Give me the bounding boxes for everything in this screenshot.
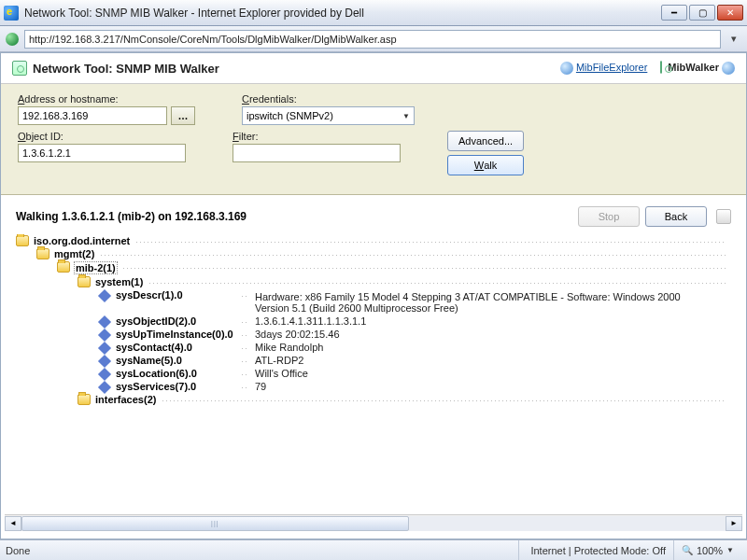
mibwalker-label: MibWalker — [668, 62, 719, 73]
url-dropdown-icon[interactable]: ▾ — [726, 33, 741, 45]
tree-node-mib2[interactable]: mib-2(1) — [74, 261, 118, 274]
status-bar: Done Internet | Protected Mode: Off 🔍 10… — [0, 539, 747, 560]
leaf-icon — [98, 329, 111, 342]
scroll-right-arrow[interactable]: ► — [726, 516, 742, 531]
mib-explorer-icon — [560, 62, 573, 75]
globe-icon — [6, 33, 19, 46]
credentials-select[interactable]: ipswitch (SNMPv2) ▼ — [242, 106, 415, 125]
address-input[interactable] — [18, 106, 167, 125]
tree-leaf-syslocation[interactable]: sysLocation(6).0 — [115, 368, 198, 379]
help-icon[interactable] — [722, 62, 735, 75]
folder-icon — [78, 394, 91, 405]
folder-icon — [36, 248, 49, 259]
mibwalker-app-icon — [12, 61, 27, 76]
scroll-track[interactable]: ||| — [21, 516, 726, 531]
status-zone: Internet | Protected Mode: Off — [530, 545, 666, 556]
tree-node-interfaces[interactable]: interfaces(2) — [94, 394, 157, 405]
window-titlebar: Network Tool: SNMP MIB Walker - Internet… — [0, 0, 747, 26]
leaf-icon — [98, 342, 111, 355]
mib-tree: iso.org.dod.internet mgmt(2) mib-2(1) sy… — [1, 234, 746, 514]
tree-node-mgmt[interactable]: mgmt(2) — [53, 248, 95, 259]
horizontal-scrollbar[interactable]: ◄ ||| ► — [5, 514, 742, 531]
close-button[interactable]: ✕ — [717, 5, 743, 21]
results-bar: Walking 1.3.6.1.2.1 (mib-2) on 192.168.3… — [1, 195, 746, 234]
leaf-icon — [98, 315, 111, 329]
tree-node-root[interactable]: iso.org.dod.internet — [33, 235, 131, 246]
page-header: Network Tool: SNMP MIB Walker MibFileExp… — [1, 53, 746, 84]
address-label: Address or hostname: — [18, 93, 195, 105]
ie-icon — [4, 6, 19, 21]
scroll-thumb[interactable]: ||| — [21, 516, 409, 531]
tree-leaf-sysuptime[interactable]: sysUpTimeInstance(0).0 — [115, 329, 234, 340]
leaf-icon — [98, 381, 111, 394]
value-sysservices: 79 — [255, 381, 266, 392]
filter-input[interactable] — [233, 144, 401, 162]
tree-leaf-sysservices[interactable]: sysServices(7).0 — [115, 381, 197, 392]
tree-leaf-sysdescr[interactable]: sysDescr(1).0 — [115, 289, 184, 301]
print-icon[interactable] — [716, 209, 731, 224]
form-panel: Address or hostname: … Credentials: ipsw… — [1, 84, 746, 195]
folder-icon — [57, 261, 70, 273]
tree-leaf-syscontact[interactable]: sysContact(4).0 — [115, 342, 193, 353]
walking-status: Walking 1.3.6.1.2.1 (mib-2) on 192.168.3… — [16, 210, 572, 223]
credentials-label: Credentials: — [242, 93, 415, 105]
leaf-icon — [98, 355, 111, 368]
value-sysuptime: 3days 20:02:15.46 — [255, 329, 340, 340]
objectid-label: Object ID: — [18, 131, 186, 142]
scroll-left-arrow[interactable]: ◄ — [5, 516, 21, 531]
zoom-value: 100% — [697, 545, 723, 556]
maximize-button[interactable]: ▢ — [689, 5, 715, 21]
status-zone-panel: Internet | Protected Mode: Off — [518, 540, 673, 560]
browse-button[interactable]: … — [171, 106, 195, 125]
objectid-input[interactable] — [18, 144, 186, 162]
zoom-icon: 🔍 — [682, 545, 693, 555]
page-content: Network Tool: SNMP MIB Walker MibFileExp… — [0, 52, 747, 539]
value-sysdescr: Hardware: x86 Family 15 Model 4 Stepping… — [255, 289, 694, 314]
chevron-down-icon: ▼ — [726, 546, 734, 554]
advanced-button[interactable]: Advanced... — [447, 131, 524, 151]
value-syscontact: Mike Randolph — [255, 342, 323, 353]
mibwalker-link-icon — [660, 61, 662, 74]
minimize-button[interactable]: ━ — [661, 5, 687, 21]
folder-icon — [16, 235, 29, 246]
url-input[interactable]: http://192.168.3.217/NmConsole/CoreNm/To… — [24, 30, 721, 49]
credentials-value: ipswitch (SNMPv2) — [247, 110, 333, 121]
chevron-down-icon: ▼ — [402, 112, 410, 120]
value-sysobjectid: 1.3.6.1.4.1.311.1.1.3.1.1 — [255, 315, 366, 327]
value-syslocation: Will's Office — [255, 368, 308, 379]
tree-node-system[interactable]: system(1) — [94, 276, 144, 287]
tree-leaf-sysobjectid[interactable]: sysObjectID(2).0 — [115, 315, 197, 327]
tree-leaf-sysname[interactable]: sysName(5).0 — [115, 355, 183, 366]
filter-label: Filter: — [233, 131, 401, 142]
page-title: Network Tool: SNMP MIB Walker — [33, 62, 560, 76]
back-button[interactable]: Back — [645, 206, 707, 227]
folder-icon — [78, 276, 91, 287]
leaf-icon — [98, 289, 111, 302]
value-sysname: ATL-RDP2 — [255, 355, 303, 366]
leaf-icon — [98, 368, 111, 381]
address-bar: http://192.168.3.217/NmConsole/CoreNm/To… — [0, 26, 747, 52]
window-title: Network Tool: SNMP MIB Walker - Internet… — [24, 7, 661, 20]
mibfileexplorer-link[interactable]: MibFileExplorer — [576, 62, 647, 73]
status-zoom-panel[interactable]: 🔍 100% ▼ — [673, 540, 741, 560]
status-done: Done — [6, 545, 518, 556]
stop-button: Stop — [578, 206, 640, 227]
walk-button[interactable]: Walk — [447, 155, 524, 175]
